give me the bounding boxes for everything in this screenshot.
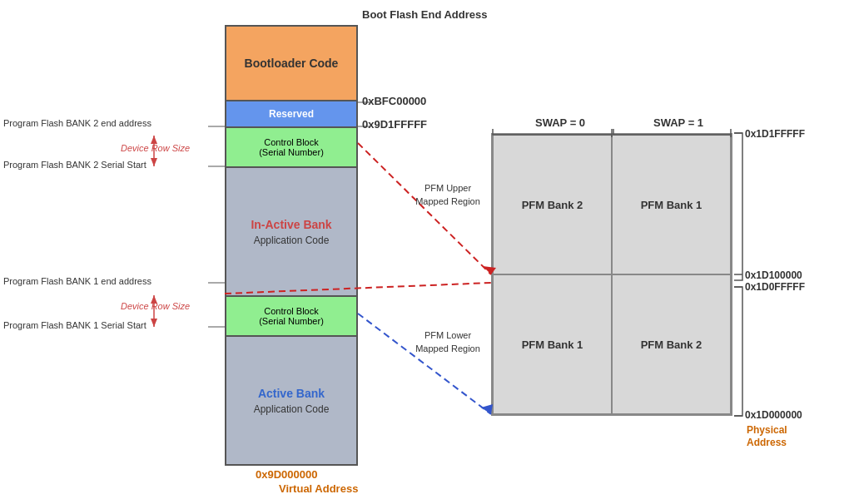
device-row-size1-label: Device Row Size [121, 143, 190, 153]
pfm-cell-bottom-left: PFM Bank 1 [493, 274, 612, 414]
reserved-block: Reserved [226, 101, 356, 128]
svg-marker-16 [151, 319, 157, 327]
active-bank-block: Active Bank Application Code [226, 337, 356, 464]
inactive-bank-block: In-Active Bank Application Code [226, 168, 356, 297]
bank2-end-label: Program Flash BANK 2 end address [3, 118, 151, 128]
control-block-2: Control Block(Serial Number) [226, 297, 356, 337]
bank1-serial-start-label: Program Flash BANK 1 Serial Start [3, 320, 146, 330]
addr-bfc-label: 0xBFC00000 [362, 95, 426, 107]
addr-1d000000-label: 0x1D000000 [745, 409, 802, 421]
bank1-end-label: Program Flash BANK 1 end address [3, 276, 151, 286]
pfm-lower-label: PFM LowerMapped Region [410, 329, 485, 355]
inactive-bank-sub: Application Code [254, 235, 330, 246]
addr-1d100000-label: 0x1D100000 [745, 269, 802, 281]
boot-block: Bootloader Code [226, 27, 356, 101]
pfm-upper-label: PFM UpperMapped Region [410, 181, 485, 208]
svg-line-6 [358, 143, 491, 274]
pfm-grid: PFM Bank 2 PFM Bank 1 PFM Bank 1 PFM Ban… [491, 133, 732, 416]
swap1-label: SWAP = 1 [653, 116, 703, 129]
addr-1d1fffff-label: 0x1D1FFFFF [745, 128, 805, 140]
pfm-cell-top-left: PFM Bank 2 [493, 135, 612, 274]
pfm-cell-bottom-right: PFM Bank 2 [612, 274, 731, 414]
swap0-label: SWAP = 0 [535, 116, 585, 129]
active-bank-sub: Application Code [254, 403, 330, 415]
control-block-1: Control Block(Serial Number) [226, 128, 356, 168]
bank2-serial-start-label: Program Flash BANK 2 Serial Start [3, 160, 146, 170]
svg-marker-13 [151, 158, 157, 166]
inactive-bank-label: In-Active Bank [251, 218, 331, 231]
virtual-address-label: Virtual Address [279, 482, 358, 495]
flash-column: Bootloader Code Reserved Control Block(S… [225, 25, 358, 466]
addr-1d0fffff-label: 0x1D0FFFFF [745, 281, 805, 293]
diagram-container: Bootloader Code Reserved Control Block(S… [0, 0, 844, 504]
active-bank-label: Active Bank [258, 387, 325, 400]
pfm-cell-top-right: PFM Bank 1 [612, 135, 731, 274]
addr-9d000000-label: 0x9D000000 [256, 468, 317, 481]
addr-9d1fffff-label: 0x9D1FFFFF [362, 118, 427, 131]
physical-address-label: PhysicalAddress [747, 424, 787, 449]
boot-flash-end-label: Boot Flash End Address [362, 8, 487, 21]
device-row-size2-label: Device Row Size [121, 301, 190, 311]
